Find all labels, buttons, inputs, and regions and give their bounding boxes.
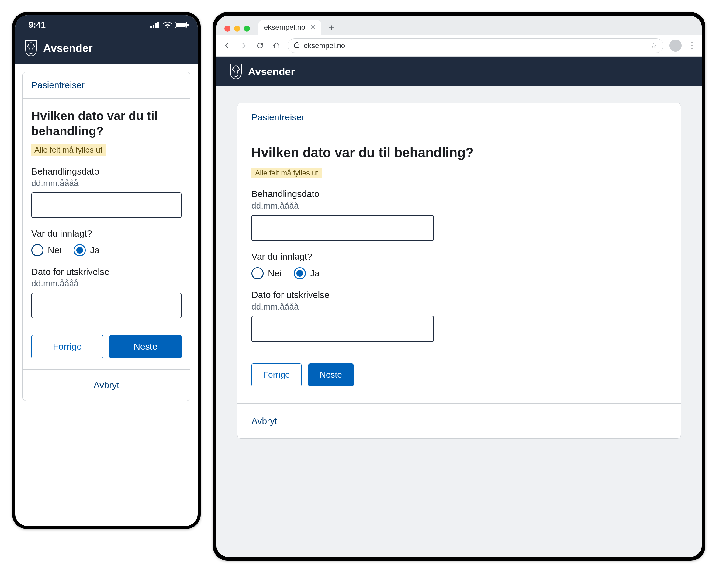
next-button[interactable]: Neste xyxy=(308,363,354,386)
radio-yes-label: Ja xyxy=(310,268,320,278)
discharge-date-label: Dato for utskrivelse xyxy=(251,290,667,300)
battery-icon xyxy=(175,22,189,28)
cancel-link[interactable]: Avbryt xyxy=(23,370,190,401)
home-icon[interactable] xyxy=(271,40,281,51)
form-context-title: Pasientreiser xyxy=(23,72,190,99)
admitted-label: Var du innlagt? xyxy=(251,251,667,262)
field-discharge-date: Dato for utskrivelse dd.mm.åååå xyxy=(251,290,667,342)
required-notice-tag: Alle felt må fylles ut xyxy=(251,168,322,178)
radio-admitted-no[interactable]: Nei xyxy=(251,267,281,279)
next-button[interactable]: Neste xyxy=(109,335,182,358)
svg-rect-1 xyxy=(153,25,154,28)
form-heading: Hvilken dato var du til behandling? xyxy=(251,144,667,161)
site-header: Avsender xyxy=(216,57,702,86)
radio-no-label: Nei xyxy=(268,268,281,278)
browser-tab-title: eksempel.no xyxy=(264,23,305,31)
app-header: Avsender xyxy=(15,35,198,64)
nav-forward-icon xyxy=(238,40,249,51)
field-admitted: Var du innlagt? Nei Ja xyxy=(251,251,667,279)
window-traffic-lights[interactable] xyxy=(225,25,250,31)
bookmark-star-icon[interactable]: ☆ xyxy=(650,41,657,50)
treatment-date-label: Behandlingsdato xyxy=(251,189,667,199)
reload-icon[interactable] xyxy=(255,40,265,51)
cellular-icon xyxy=(150,22,160,28)
address-bar-url: eksempel.no xyxy=(304,41,345,50)
form-card: Pasientreiser Hvilken dato var du til be… xyxy=(237,103,681,439)
field-admitted: Var du innlagt? Nei Ja xyxy=(31,228,182,256)
status-time: 9:41 xyxy=(28,20,46,30)
treatment-date-input[interactable] xyxy=(251,215,434,241)
phone-status-bar: 9:41 xyxy=(15,15,198,35)
treatment-date-hint: dd.mm.åååå xyxy=(31,178,182,188)
browser-tab[interactable]: eksempel.no ✕ xyxy=(258,20,321,35)
discharge-date-hint: dd.mm.åååå xyxy=(31,279,182,289)
site-brand-title: Avsender xyxy=(248,66,295,78)
radio-yes-label: Ja xyxy=(90,245,100,255)
discharge-date-label: Dato for utskrivelse xyxy=(31,267,182,277)
form-card: Pasientreiser Hvilken dato var du til be… xyxy=(22,72,190,401)
radio-no-label: Nei xyxy=(48,245,61,255)
discharge-date-input[interactable] xyxy=(31,293,182,318)
svg-rect-2 xyxy=(155,23,156,28)
new-tab-button[interactable]: ＋ xyxy=(325,21,338,34)
previous-button[interactable]: Forrige xyxy=(31,335,103,358)
cancel-link[interactable]: Avbryt xyxy=(237,403,681,438)
treatment-date-input[interactable] xyxy=(31,192,182,218)
lock-icon xyxy=(294,42,299,49)
svg-rect-5 xyxy=(176,23,186,27)
coat-of-arms-icon xyxy=(24,40,38,57)
admitted-label: Var du innlagt? xyxy=(31,228,182,239)
svg-rect-0 xyxy=(150,26,152,28)
discharge-date-input[interactable] xyxy=(251,316,434,342)
radio-admitted-yes[interactable]: Ja xyxy=(73,244,100,256)
app-brand-title: Avsender xyxy=(43,42,93,55)
required-notice-tag: Alle felt må fylles ut xyxy=(31,144,106,156)
profile-avatar[interactable] xyxy=(669,40,682,52)
form-context-title: Pasientreiser xyxy=(237,103,681,132)
tablet-device-frame: eksempel.no ✕ ＋ xyxy=(213,12,705,561)
discharge-date-hint: dd.mm.åååå xyxy=(251,302,667,312)
browser-chrome: eksempel.no ✕ ＋ xyxy=(216,16,702,57)
form-heading: Hvilken dato var du til behandling? xyxy=(31,108,182,139)
radio-admitted-yes[interactable]: Ja xyxy=(294,267,320,279)
status-icons xyxy=(150,22,189,28)
address-bar[interactable]: eksempel.no ☆ xyxy=(288,38,663,53)
svg-rect-3 xyxy=(157,22,159,28)
browser-menu-icon[interactable]: ⋮ xyxy=(688,41,696,50)
field-discharge-date: Dato for utskrivelse dd.mm.åååå xyxy=(31,267,182,318)
nav-back-icon[interactable] xyxy=(222,40,232,51)
field-treatment-date: Behandlingsdato dd.mm.åååå xyxy=(31,166,182,218)
treatment-date-hint: dd.mm.åååå xyxy=(251,201,667,211)
previous-button[interactable]: Forrige xyxy=(251,363,302,386)
close-tab-icon[interactable]: ✕ xyxy=(310,23,316,31)
phone-device-frame: 9:41 Avsender Pasientreiser Hvilken dato… xyxy=(12,12,201,529)
radio-admitted-no[interactable]: Nei xyxy=(31,244,61,256)
coat-of-arms-icon xyxy=(229,63,242,80)
svg-rect-6 xyxy=(187,24,189,26)
treatment-date-label: Behandlingsdato xyxy=(31,166,182,177)
svg-rect-7 xyxy=(295,44,299,47)
wifi-icon xyxy=(163,22,172,28)
field-treatment-date: Behandlingsdato dd.mm.åååå xyxy=(251,189,667,241)
